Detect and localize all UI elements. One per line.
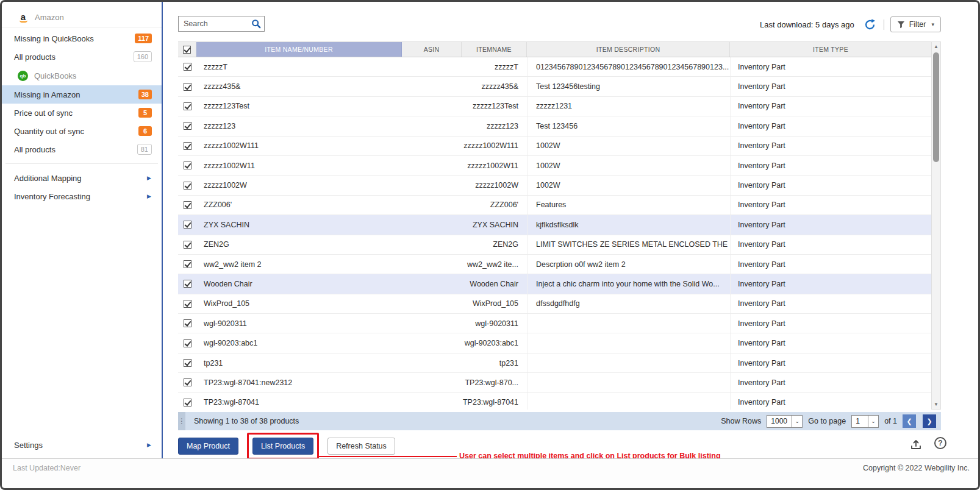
cell-item-name: zzzzz1002W11 <box>196 156 402 175</box>
table-row[interactable]: zzzzzT zzzzzT 01234567890123456789012345… <box>178 57 931 77</box>
scrollbar-track[interactable] <box>932 51 940 400</box>
caret-right-icon: ▶ <box>147 193 151 199</box>
row-checkbox[interactable] <box>184 378 191 386</box>
table-row[interactable]: ww2_ww2 item 2 ww2_ww2 ite... Descrption… <box>178 255 931 274</box>
row-checkbox[interactable] <box>184 260 191 268</box>
sidebar-link-additional-mapping[interactable]: Additional Mapping ▶ <box>2 169 162 187</box>
row-checkbox[interactable] <box>184 102 191 110</box>
caret-right-icon: ▶ <box>147 175 151 181</box>
amazon-logo-icon: a <box>18 12 29 23</box>
table-row[interactable]: zzzzz1002W zzzzz1002W 1002W Inventory Pa… <box>178 176 931 195</box>
table-row[interactable]: zzzzz123 zzzzz123 Test 123456 Inventory … <box>178 116 931 136</box>
cell-item-name: tp231 <box>196 353 402 372</box>
table-row[interactable]: zzzzz123Test zzzzz123Test zzzzz1231 Inve… <box>178 97 931 116</box>
filter-button[interactable]: Filter ▾ <box>890 16 941 32</box>
row-checkbox[interactable] <box>184 319 191 327</box>
cell-itemname: ZEN2G <box>462 235 527 254</box>
row-checkbox[interactable] <box>184 359 191 367</box>
column-header-item-name[interactable]: ITEM NAME/NUMBER <box>196 42 402 57</box>
cell-asin <box>402 57 462 76</box>
table-row[interactable]: WixProd_105 WixProd_105 dfssdgdfhdfg Inv… <box>178 294 931 314</box>
sidebar-item-missing-in-quickbooks[interactable]: Missing in QuickBooks 117 <box>2 29 162 48</box>
table-row[interactable]: zzzzz1002W111 zzzzz1002W111 1002W Invent… <box>178 137 931 156</box>
refresh-icon[interactable] <box>863 17 878 32</box>
column-header-type[interactable]: ITEM TYPE <box>730 42 931 57</box>
sidebar-item-quantity-out-of-sync[interactable]: Quantity out of sync 6 <box>2 122 162 140</box>
table-scrollbar[interactable]: ▲ ▼ <box>931 41 941 410</box>
column-header-itemname[interactable]: ITEMNAME <box>462 42 527 57</box>
row-checkbox[interactable] <box>184 142 191 150</box>
row-checkbox[interactable] <box>184 339 191 347</box>
help-icon[interactable]: ? <box>934 437 946 449</box>
row-checkbox[interactable] <box>184 241 191 249</box>
row-checkbox[interactable] <box>184 221 191 229</box>
select-all-checkbox[interactable] <box>183 46 191 54</box>
chevron-down-icon: ▾ <box>931 21 934 27</box>
cell-item-name: ww2_ww2 item 2 <box>196 255 402 274</box>
count-badge: 5 <box>138 108 152 118</box>
footer-bar: Last Updated:Never Copyright © 2022 Webg… <box>2 458 978 488</box>
sidebar-item-all-products-quickbooks[interactable]: All products 81 <box>2 140 162 158</box>
map-product-button[interactable]: Map Product <box>178 438 238 455</box>
table-row[interactable]: wgl-90203:abc1 wgl-90203:abc1 Inventory … <box>178 333 931 353</box>
previous-page-button[interactable]: ❮ <box>903 414 916 428</box>
table-row[interactable]: TP23:wgl-87041:new2312 TP23:wgl-870... I… <box>178 373 931 392</box>
row-checkbox[interactable] <box>184 201 191 209</box>
cell-item-type: Inventory Part <box>730 97 931 116</box>
sidebar-item-all-products-amazon[interactable]: All products 160 <box>2 48 162 66</box>
cell-description <box>527 314 730 333</box>
scroll-down-icon[interactable]: ▼ <box>932 400 940 409</box>
cell-item-name: TP23:wgl-87041:new2312 <box>196 373 402 392</box>
column-header-asin[interactable]: ASIN <box>402 42 462 57</box>
table-row[interactable]: TP23:wgl-87041 TP23:wgl-87041 Inventory … <box>178 393 931 410</box>
sidebar-item-missing-in-amazon[interactable]: Missing in Amazon 38 <box>2 85 162 104</box>
row-checkbox[interactable] <box>184 162 191 169</box>
scrollbar-thumb[interactable] <box>933 52 939 162</box>
sidebar-item-price-out-of-sync[interactable]: Price out of sync 5 <box>2 104 162 122</box>
cell-item-name: Wooden Chair <box>196 274 402 293</box>
sidebar-link-settings[interactable]: Settings ▶ <box>2 436 162 454</box>
last-download-text: Last download: 5 days ago <box>760 20 854 29</box>
table-row[interactable]: wgl-9020311 wgl-9020311 Inventory Part <box>178 314 931 333</box>
sidebar-link-label: Inventory Forecasting <box>14 192 90 201</box>
column-header-description[interactable]: ITEM DESCRIPTION <box>527 42 730 57</box>
table-row[interactable]: zzzzz435& zzzzz435& Test 123456testing I… <box>178 77 931 96</box>
cell-asin <box>402 393 462 410</box>
refresh-status-button[interactable]: Refresh Status <box>327 438 395 455</box>
grip-icon[interactable]: ⋮ <box>178 412 185 430</box>
scroll-up-icon[interactable]: ▲ <box>932 42 940 51</box>
table-body: zzzzzT zzzzzT 01234567890123456789012345… <box>178 57 931 410</box>
row-checkbox[interactable] <box>184 122 191 130</box>
row-checkbox[interactable] <box>184 182 191 190</box>
list-products-button[interactable]: List Products <box>252 438 313 455</box>
count-badge: 160 <box>134 51 152 62</box>
row-checkbox[interactable] <box>184 300 191 308</box>
cell-item-type: Inventory Part <box>730 255 931 274</box>
row-checkbox[interactable] <box>184 399 191 407</box>
goto-page-input[interactable]: 1 ⌄ <box>851 415 879 428</box>
chevron-down-icon[interactable]: ⌄ <box>868 416 878 427</box>
cell-description: 0123456789012345678901234567890123456789… <box>527 57 730 76</box>
table-row[interactable]: ZYX SACHIN ZYX SACHIN kjflkdsflksdlk Inv… <box>178 215 931 235</box>
next-page-button[interactable]: ❯ <box>923 414 936 428</box>
row-checkbox[interactable] <box>184 83 191 91</box>
table-row[interactable]: tp231 tp231 Inventory Part <box>178 353 931 373</box>
sidebar-link-inventory-forecasting[interactable]: Inventory Forecasting ▶ <box>2 187 162 205</box>
show-rows-value: 1000 <box>767 417 792 425</box>
cell-item-name: WixProd_105 <box>196 294 402 313</box>
row-checkbox[interactable] <box>184 280 191 288</box>
table-row[interactable]: zzzzz1002W11 zzzzz1002W11 1002W Inventor… <box>178 156 931 176</box>
table-row[interactable]: Wooden Chair Wooden Chair Inject a chic … <box>178 274 931 294</box>
export-upload-icon[interactable] <box>910 438 922 453</box>
show-rows-select[interactable]: 1000 ⌄ <box>767 415 803 428</box>
table-row[interactable]: ZEN2G ZEN2G LIMIT SWITCHES ZE SERIES MET… <box>178 235 931 255</box>
table-row[interactable]: ZZZ006' ZZZ006' Features Inventory Part <box>178 196 931 215</box>
cell-item-name: zzzzzT <box>196 57 402 76</box>
search-icon[interactable] <box>251 19 261 29</box>
cell-item-type: Inventory Part <box>730 294 931 313</box>
sidebar-item-label: Price out of sync <box>14 108 73 118</box>
row-checkbox[interactable] <box>184 63 191 71</box>
chevron-down-icon[interactable]: ⌄ <box>792 416 802 427</box>
search-input[interactable] <box>184 20 251 28</box>
cell-item-name: zzzzz1002W111 <box>196 137 402 155</box>
